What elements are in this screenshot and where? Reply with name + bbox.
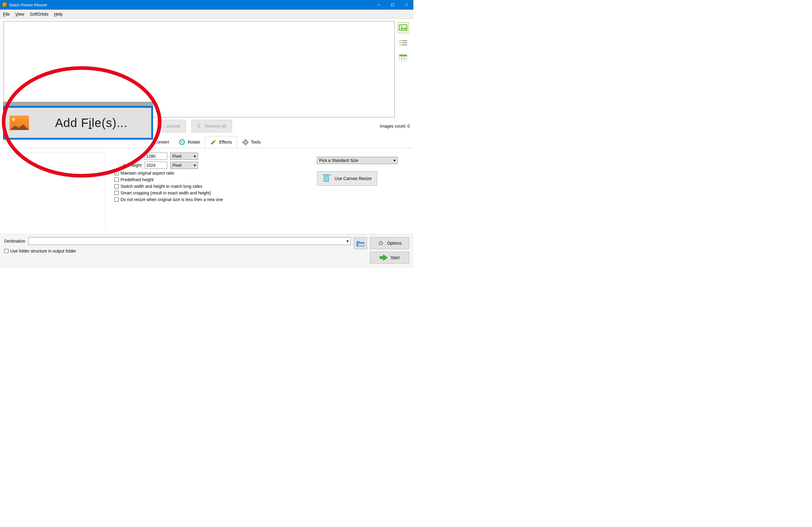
maximize-button[interactable] [386, 0, 400, 10]
svg-rect-23 [245, 139, 246, 140]
canvas-resize-button[interactable]: Use Canvas Resize [317, 171, 377, 186]
gear-icon [242, 139, 249, 145]
folder-structure-checkbox[interactable] [4, 249, 9, 253]
svg-point-11 [400, 44, 401, 45]
no-resize-checkbox[interactable] [115, 197, 119, 202]
svg-rect-13 [399, 55, 407, 56]
chevron-down-icon: ▾ [393, 158, 396, 163]
svg-rect-26 [248, 142, 249, 143]
close-button[interactable] [400, 0, 414, 10]
browse-destination-button[interactable] [354, 237, 367, 249]
remove-selected-button[interactable]: …elected [157, 120, 186, 132]
remove-all-label: Remove All [205, 124, 226, 129]
view-thumbnails-button[interactable] [398, 22, 409, 33]
aspect-ratio-label: Maintain original aspect ratio [120, 171, 174, 176]
predefined-height-label: Predefined height [120, 177, 154, 182]
start-button[interactable]: Start [370, 252, 409, 264]
switch-wh-checkbox-row[interactable]: Switch width and height to match long si… [115, 184, 308, 189]
view-list-button[interactable] [398, 37, 409, 48]
svg-point-9 [400, 42, 401, 43]
tab-tools-label: Tools [251, 140, 261, 145]
resize-panel: W Pixel ▾ …ew Height Pixel ▾ Maintain or… [0, 148, 414, 231]
remove-all-button[interactable]: Remove All [191, 120, 232, 132]
canvas-resize-icon [323, 174, 331, 183]
tab-tools[interactable]: Tools [237, 136, 266, 148]
svg-rect-1 [391, 4, 394, 6]
options-label: Options [387, 241, 402, 245]
menu-softorbits[interactable]: SoftOrbits [30, 12, 48, 17]
tab-rotate[interactable]: Rotate [174, 136, 205, 148]
height-unit-combo[interactable]: Pixel ▾ [170, 162, 198, 169]
smart-crop-checkbox-row[interactable]: Smart cropping (result in exact width an… [115, 191, 308, 195]
destination-label: Destination [4, 239, 25, 243]
tab-convert[interactable]: …onvert [148, 137, 174, 147]
svg-point-6 [401, 26, 403, 28]
chevron-down-icon: ▾ [194, 163, 196, 168]
view-toolbar [398, 21, 410, 117]
switch-wh-label: Switch width and height to match long si… [120, 184, 202, 189]
work-area [0, 19, 414, 117]
folder-open-icon [356, 240, 365, 247]
new-height-input[interactable] [145, 162, 167, 169]
standard-size-combo[interactable]: Pick a Standard Size ▾ [317, 157, 398, 164]
preview-panel [6, 153, 105, 228]
window-title: Batch Picture Resizer [10, 3, 372, 7]
list-icon [399, 40, 407, 46]
aspect-ratio-checkbox[interactable] [115, 171, 119, 175]
app-icon [2, 2, 7, 7]
tab-rotate-label: Rotate [188, 140, 200, 145]
gear-icon [378, 240, 384, 246]
menu-view[interactable]: View [15, 12, 25, 17]
svg-point-7 [400, 40, 401, 41]
minimize-icon [377, 3, 380, 6]
tab-effects[interactable]: Effects [205, 136, 237, 148]
chevron-down-icon: ▾ [347, 239, 349, 243]
close-icon [405, 3, 408, 6]
view-details-button[interactable] [398, 52, 409, 63]
remove-selected-label: …elected [162, 124, 180, 129]
width-unit-combo[interactable]: Pixel ▾ [170, 153, 198, 160]
options-button[interactable]: Options [370, 237, 409, 249]
svg-rect-27 [324, 176, 329, 181]
predefined-height-checkbox-row[interactable]: Predefined height [115, 177, 308, 182]
resize-right-col: Pick a Standard Size ▾ Use Canvas Resize [317, 153, 407, 228]
tab-effects-label: Effects [219, 140, 232, 145]
bottom-bar: Destination ▾ Use folder structure in ou… [0, 234, 414, 268]
svg-point-19 [181, 141, 183, 143]
image-list-canvas[interactable] [4, 21, 395, 117]
minimize-button[interactable] [372, 0, 386, 10]
menu-help[interactable]: Help [54, 12, 63, 17]
table-icon [399, 55, 407, 61]
wand-icon [210, 139, 217, 145]
chevron-left-icon [197, 123, 201, 129]
svg-point-32 [380, 243, 381, 244]
no-resize-label: Do not resize when original size is less… [120, 197, 223, 202]
smart-crop-label: Smart cropping (result in exact width an… [120, 191, 211, 195]
tab-convert-label: …onvert [153, 140, 169, 145]
destination-combo[interactable]: ▾ [28, 237, 351, 245]
no-resize-checkbox-row[interactable]: Do not resize when original size is less… [115, 197, 308, 202]
smart-crop-checkbox[interactable] [115, 191, 119, 195]
menu-file[interactable]: File [3, 12, 10, 17]
switch-wh-checkbox[interactable] [115, 184, 119, 189]
new-height-label: …ew Height [115, 163, 142, 168]
aspect-ratio-checkbox-row[interactable]: Maintain original aspect ratio [115, 171, 308, 176]
tabs-row: …onvert Rotate Effects Tools [0, 136, 414, 148]
new-width-input[interactable] [145, 153, 167, 160]
folder-structure-label: Use folder structure in output folder [10, 249, 76, 253]
svg-point-22 [245, 141, 246, 143]
svg-rect-24 [245, 145, 246, 145]
resize-form: W Pixel ▾ …ew Height Pixel ▾ Maintain or… [115, 153, 308, 228]
window-controls [372, 0, 414, 10]
standard-size-value: Pick a Standard Size [319, 158, 358, 163]
rotate-icon [179, 139, 185, 145]
width-unit-value: Pixel [172, 154, 182, 159]
canvas-resize-label: Use Canvas Resize [335, 176, 372, 181]
height-unit-value: Pixel [172, 163, 182, 168]
images-count-label: Images count: 0 [380, 124, 410, 129]
action-row: …elected Remove All Images count: 0 [0, 117, 414, 135]
predefined-height-checkbox[interactable] [115, 178, 119, 182]
folder-structure-checkbox-row[interactable]: Use folder structure in output folder [4, 249, 351, 253]
image-icon [399, 25, 407, 31]
maximize-icon [391, 3, 394, 6]
